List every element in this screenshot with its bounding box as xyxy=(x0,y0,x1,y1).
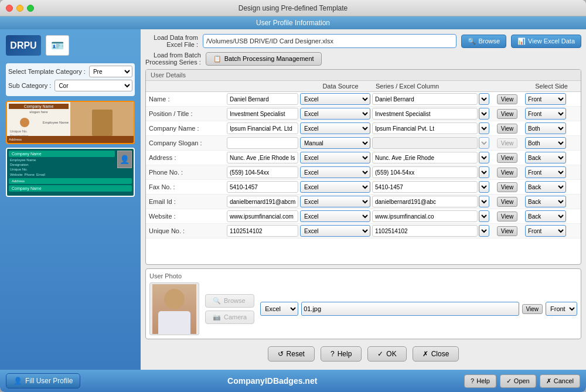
series-input-4[interactable] xyxy=(372,152,478,163)
view-button-1[interactable]: View xyxy=(497,109,518,119)
series-dropdown-8[interactable]: ▼ xyxy=(479,210,489,222)
source-cell-3: Excel Manual xyxy=(300,137,370,149)
series-input-1[interactable] xyxy=(372,108,478,120)
series-input-5[interactable] xyxy=(372,166,478,178)
table-row: Name : Excel Manual ▼ View Front xyxy=(146,92,581,107)
photo-filename-input[interactable] xyxy=(301,302,519,316)
maximize-traffic-light[interactable] xyxy=(27,5,34,12)
series-dropdown-1[interactable]: ▼ xyxy=(479,108,489,120)
field-input-0[interactable] xyxy=(227,93,298,105)
view-button-8[interactable]: View xyxy=(497,212,518,221)
excel-path-input[interactable] xyxy=(203,34,456,48)
view-cell-0: View xyxy=(491,94,523,104)
template-category-dropdown[interactable]: Pre xyxy=(89,66,132,77)
side-select-3[interactable]: Front Back Both xyxy=(525,137,566,149)
side-select-7[interactable]: Front Back Both xyxy=(525,196,566,207)
photo-side-select[interactable]: Front Back Both xyxy=(546,302,577,316)
source-select-1[interactable]: Excel Manual xyxy=(300,108,370,120)
open-button[interactable]: ✓ Open xyxy=(500,374,536,388)
source-select-0[interactable]: Excel Manual xyxy=(300,93,370,105)
browse-label: Browse xyxy=(478,38,500,45)
table-row: Unique No. : Excel Manual ▼ View Front xyxy=(146,224,581,238)
brand-label: CompanyIDBadges.net xyxy=(227,376,317,386)
source-select-4[interactable]: Excel Manual xyxy=(300,152,370,163)
cp2-emp-label: Employee Name xyxy=(9,158,115,162)
cancel-button[interactable]: ✗ Cancel xyxy=(540,374,580,388)
view-excel-button[interactable]: 📊 View Excel Data xyxy=(511,35,581,48)
series-input-0[interactable] xyxy=(372,93,478,105)
table-row: Fax No. : Excel Manual ▼ View Front xyxy=(146,180,581,195)
series-input-3[interactable] xyxy=(372,137,478,149)
view-button-6[interactable]: View xyxy=(497,182,518,192)
series-dropdown-2[interactable]: ▼ xyxy=(479,122,489,134)
source-select-2[interactable]: Excel Manual xyxy=(300,122,370,134)
view-button-2[interactable]: View xyxy=(497,124,518,134)
series-input-2[interactable] xyxy=(372,122,478,134)
help-button[interactable]: ? Help xyxy=(321,346,362,362)
view-button-9[interactable]: View xyxy=(497,226,518,236)
field-input-2[interactable] xyxy=(227,122,298,134)
series-dropdown-6[interactable]: ▼ xyxy=(479,181,489,193)
side-select-5[interactable]: Front Back Both xyxy=(525,166,566,178)
close-traffic-light[interactable] xyxy=(6,5,13,12)
field-input-1[interactable] xyxy=(227,108,298,120)
id-card-icon: 🪪 xyxy=(46,35,69,56)
window-title: Design using Pre-defined Template xyxy=(239,4,348,12)
field-input-4[interactable] xyxy=(227,152,298,163)
source-select-8[interactable]: Excel Manual xyxy=(300,210,370,222)
side-select-6[interactable]: Front Back Both xyxy=(525,181,566,193)
minimize-traffic-light[interactable] xyxy=(16,5,23,12)
side-select-1[interactable]: Front Back Both xyxy=(525,108,566,120)
photo-browse-button[interactable]: 🔍 Browse xyxy=(205,294,254,308)
view-button-3[interactable]: View xyxy=(497,138,518,148)
card-preview-2[interactable]: Company Name Employee Name Designation U… xyxy=(6,148,135,197)
side-select-2[interactable]: Front Back Both xyxy=(525,122,566,134)
fill-profile-label: Fill User Profile xyxy=(25,377,73,385)
reset-button[interactable]: ↺ Reset xyxy=(268,346,315,362)
series-dropdown-5[interactable]: ▼ xyxy=(479,166,489,178)
field-input-9[interactable] xyxy=(227,225,298,237)
series-dropdown-9[interactable]: ▼ xyxy=(479,225,489,237)
sub-category-dropdown[interactable]: Cor xyxy=(54,80,132,91)
series-dropdown-3[interactable]: ▼ xyxy=(479,137,489,149)
view-button-5[interactable]: View xyxy=(497,168,518,178)
side-select-9[interactable]: Front Back Both xyxy=(525,225,566,237)
photo-source-select[interactable]: Excel Manual xyxy=(260,302,298,316)
field-input-7[interactable] xyxy=(227,196,298,207)
card-preview-1[interactable]: Company Name slogan here Employee Name U… xyxy=(6,101,135,144)
source-select-6[interactable]: Excel Manual xyxy=(300,181,370,193)
photo-camera-button[interactable]: 📷 Camera xyxy=(205,311,254,324)
browse-button[interactable]: 🔍 Browse xyxy=(461,35,506,48)
series-dropdown-0[interactable]: ▼ xyxy=(479,93,489,105)
field-input-3[interactable] xyxy=(227,137,298,149)
series-dropdown-4[interactable]: ▼ xyxy=(479,152,489,163)
view-button-4[interactable]: View xyxy=(497,153,518,163)
batch-processing-button[interactable]: 📋 Batch Processing Management xyxy=(206,52,322,66)
field-input-6[interactable] xyxy=(227,181,298,193)
field-input-8[interactable] xyxy=(227,210,298,222)
series-input-7[interactable] xyxy=(372,196,478,207)
source-select-7[interactable]: Excel Manual xyxy=(300,196,370,207)
field-input-5[interactable] xyxy=(227,166,298,178)
card-previews: Company Name slogan here Employee Name U… xyxy=(6,101,135,197)
series-input-8[interactable] xyxy=(372,210,478,222)
series-cell-6: ▼ xyxy=(372,181,489,193)
side-select-0[interactable]: Front Back Both xyxy=(525,93,566,105)
view-cell-5: View xyxy=(491,168,523,178)
series-dropdown-7[interactable]: ▼ xyxy=(479,196,489,207)
source-select-5[interactable]: Excel Manual xyxy=(300,166,370,178)
photo-view-button[interactable]: View xyxy=(522,304,543,314)
source-select-3[interactable]: Excel Manual xyxy=(300,137,370,149)
side-select-8[interactable]: Front Back Both xyxy=(525,210,566,222)
side-select-4[interactable]: Front Back Both xyxy=(525,152,566,163)
series-input-9[interactable] xyxy=(372,225,478,237)
ok-button[interactable]: ✓ OK xyxy=(367,346,406,362)
view-button-0[interactable]: View xyxy=(497,94,518,104)
series-input-6[interactable] xyxy=(372,181,478,193)
fill-profile-button[interactable]: 👤 Fill User Profile xyxy=(6,373,80,388)
close-button[interactable]: ✗ Close xyxy=(413,346,459,362)
source-select-9[interactable]: Excel Manual xyxy=(300,225,370,237)
bottom-help-button[interactable]: ? Help xyxy=(464,374,496,388)
view-button-7[interactable]: View xyxy=(497,197,518,207)
view-cell-7: View xyxy=(491,197,523,207)
